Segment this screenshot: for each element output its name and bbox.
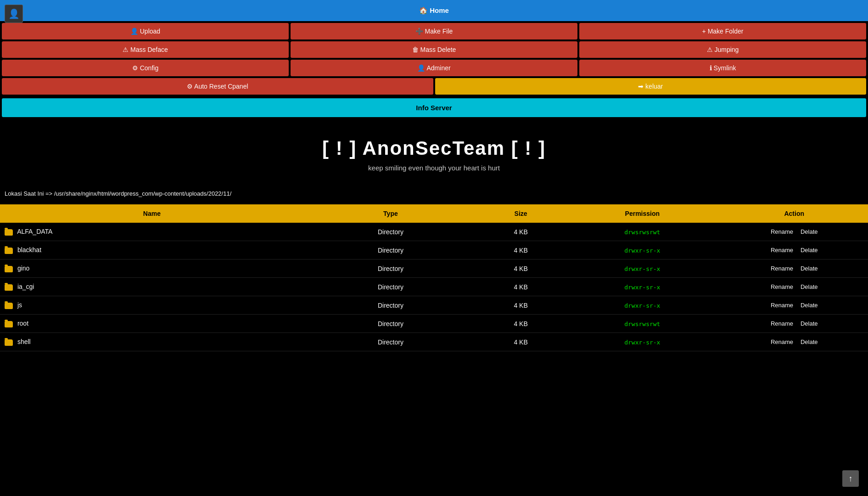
table-row: root Directory 4 KB drwsrwsrwt Rename De…	[0, 315, 868, 333]
delete-button[interactable]: Delate	[798, 338, 821, 346]
file-name-cell: ia_cgi	[0, 278, 304, 296]
file-name-cell: ALFA_DATA	[0, 223, 304, 241]
file-name: ia_cgi	[17, 283, 34, 290]
file-name: ALFA_DATA	[17, 228, 52, 235]
nav-grid: 👤 Upload ➕ Make File + Make Folder ⚠ Mas…	[0, 21, 868, 78]
file-name-cell: root	[0, 315, 304, 333]
file-perm-cell: drwxr-sr-x	[564, 333, 720, 351]
file-perm-cell: drwxr-sr-x	[564, 278, 720, 296]
permission-value: drwxr-sr-x	[624, 265, 660, 272]
rename-button[interactable]: Rename	[768, 264, 796, 273]
file-type-cell: Directory	[304, 315, 477, 333]
file-name-cell: shell	[0, 333, 304, 351]
table-header-row: Name Type Size Permission Action	[0, 204, 868, 223]
nav-adminer-button[interactable]: 👤 Adminer	[291, 60, 577, 76]
file-name-cell: blackhat	[0, 241, 304, 259]
table-row: ALFA_DATA Directory 4 KB drwsrwsrwt Rena…	[0, 223, 868, 241]
file-name-cell: js	[0, 296, 304, 315]
file-size-cell: 4 KB	[477, 241, 564, 259]
file-type-cell: Directory	[304, 296, 477, 315]
table-row: gino Directory 4 KB drwxr-sr-x Rename De…	[0, 259, 868, 278]
file-name: blackhat	[17, 246, 41, 254]
permission-value: drwxr-sr-x	[624, 302, 660, 309]
col-perm-header: Permission	[564, 204, 720, 223]
home-bar[interactable]: 🏠 Home	[0, 0, 868, 21]
user-icon-box[interactable]: 👤	[5, 5, 23, 23]
file-size-cell: 4 KB	[477, 333, 564, 351]
nav-make-folder-button[interactable]: + Make Folder	[579, 23, 866, 39]
file-perm-cell: drwxr-sr-x	[564, 259, 720, 278]
delete-button[interactable]: Delate	[798, 301, 821, 310]
delete-button[interactable]: Delate	[798, 246, 821, 254]
table-row: blackhat Directory 4 KB drwxr-sr-x Renam…	[0, 241, 868, 259]
permission-value: drwxr-sr-x	[624, 247, 660, 254]
keluar-button[interactable]: ➡ keluar	[435, 78, 867, 95]
home-label: 🏠 Home	[419, 6, 449, 14]
mass-deface-label: ⚠ Mass Deface	[123, 46, 168, 53]
file-perm-cell: drwsrwsrwt	[564, 223, 720, 241]
col-action-header: Action	[721, 204, 868, 223]
table-row: js Directory 4 KB drwxr-sr-x Rename Dela…	[0, 296, 868, 315]
make-file-label: ➕ Make File	[415, 28, 453, 35]
jumping-label: ⚠ Jumping	[707, 46, 739, 53]
file-name: gino	[17, 265, 29, 272]
table-row: shell Directory 4 KB drwxr-sr-x Rename D…	[0, 333, 868, 351]
col-name-header: Name	[0, 204, 304, 223]
file-action-cell: Rename Delate	[721, 223, 868, 241]
hero-section: [ ! ] AnonSecTeam [ ! ] keep smiling eve…	[0, 119, 868, 181]
nav-row-bottom: ⚙ Auto Reset Cpanel ➡ keluar	[0, 78, 868, 96]
symlink-label: ℹ Symlink	[710, 64, 736, 72]
file-table: Name Type Size Permission Action ALFA_DA…	[0, 204, 868, 351]
config-label: ⚙ Config	[132, 64, 158, 72]
file-name: js	[17, 301, 22, 309]
delete-button[interactable]: Delate	[798, 264, 821, 273]
nav-config-button[interactable]: ⚙ Config	[2, 60, 289, 76]
user-icon: 👤	[8, 8, 20, 19]
file-name: root	[17, 320, 28, 327]
file-action-cell: Rename Delate	[721, 296, 868, 315]
file-size-cell: 4 KB	[477, 259, 564, 278]
rename-button[interactable]: Rename	[768, 227, 796, 236]
file-size-cell: 4 KB	[477, 278, 564, 296]
upload-label: 👤 Upload	[130, 28, 160, 35]
nav-jumping-button[interactable]: ⚠ Jumping	[579, 41, 866, 58]
nav-mass-deface-button[interactable]: ⚠ Mass Deface	[2, 41, 289, 58]
col-size-header: Size	[477, 204, 564, 223]
folder-icon	[5, 284, 13, 291]
nav-mass-delete-button[interactable]: 🗑 Mass Delete	[291, 41, 577, 58]
nav-upload-button[interactable]: 👤 Upload	[2, 23, 289, 39]
folder-icon	[5, 339, 13, 346]
rename-button[interactable]: Rename	[768, 246, 796, 254]
keluar-label: ➡ keluar	[638, 83, 663, 90]
file-size-cell: 4 KB	[477, 315, 564, 333]
info-server-label: Info Server	[416, 104, 452, 112]
info-server-bar[interactable]: Info Server	[2, 98, 866, 117]
file-perm-cell: drwxr-sr-x	[564, 241, 720, 259]
delete-button[interactable]: Delate	[798, 227, 821, 236]
file-type-cell: Directory	[304, 333, 477, 351]
file-size-cell: 4 KB	[477, 296, 564, 315]
file-size-cell: 4 KB	[477, 223, 564, 241]
rename-button[interactable]: Rename	[768, 338, 796, 346]
permission-value: drwsrwsrwt	[624, 321, 660, 327]
file-type-cell: Directory	[304, 223, 477, 241]
file-type-cell: Directory	[304, 278, 477, 296]
file-action-cell: Rename Delate	[721, 315, 868, 333]
rename-button[interactable]: Rename	[768, 301, 796, 310]
folder-icon	[5, 321, 13, 327]
delete-button[interactable]: Delate	[798, 319, 821, 328]
folder-icon	[5, 248, 13, 254]
adminer-label: 👤 Adminer	[417, 64, 450, 72]
file-action-cell: Rename Delate	[721, 241, 868, 259]
auto-reset-label: ⚙ Auto Reset Cpanel	[187, 83, 248, 90]
rename-button[interactable]: Rename	[768, 282, 796, 291]
permission-value: drwxr-sr-x	[624, 339, 660, 346]
file-action-cell: Rename Delate	[721, 278, 868, 296]
auto-reset-button[interactable]: ⚙ Auto Reset Cpanel	[2, 78, 433, 95]
delete-button[interactable]: Delate	[798, 282, 821, 291]
nav-make-file-button[interactable]: ➕ Make File	[291, 23, 577, 39]
rename-button[interactable]: Rename	[768, 319, 796, 328]
location-bar: Lokasi Saat Ini => /usr/share/nginx/html…	[0, 181, 868, 201]
nav-symlink-button[interactable]: ℹ Symlink	[579, 60, 866, 76]
file-name-cell: gino	[0, 259, 304, 278]
